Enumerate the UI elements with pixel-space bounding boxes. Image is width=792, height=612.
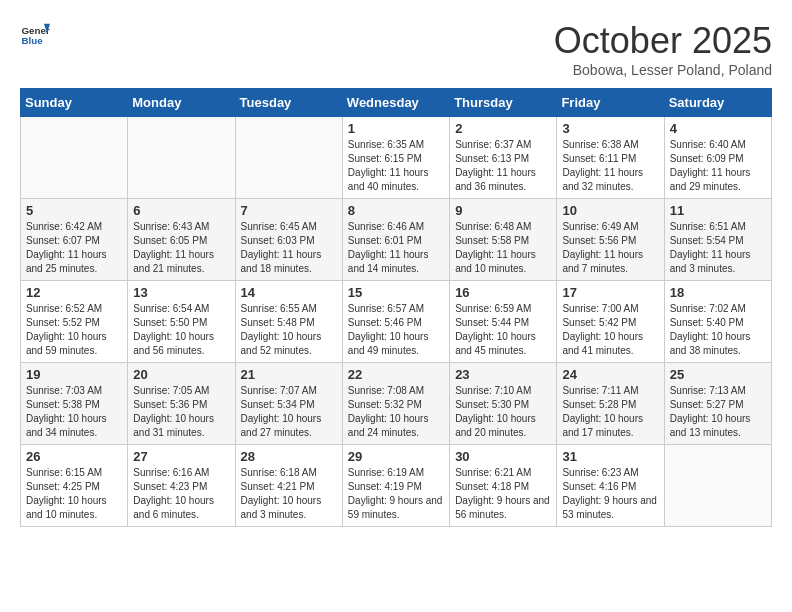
day-info: Sunrise: 6:52 AM Sunset: 5:52 PM Dayligh…	[26, 302, 122, 358]
day-info: Sunrise: 6:51 AM Sunset: 5:54 PM Dayligh…	[670, 220, 766, 276]
day-of-week-header: Friday	[557, 89, 664, 117]
day-number: 26	[26, 449, 122, 464]
calendar-week-row: 26Sunrise: 6:15 AM Sunset: 4:25 PM Dayli…	[21, 445, 772, 527]
day-number: 18	[670, 285, 766, 300]
day-info: Sunrise: 7:13 AM Sunset: 5:27 PM Dayligh…	[670, 384, 766, 440]
day-number: 15	[348, 285, 444, 300]
calendar-day-cell: 26Sunrise: 6:15 AM Sunset: 4:25 PM Dayli…	[21, 445, 128, 527]
calendar-day-cell: 30Sunrise: 6:21 AM Sunset: 4:18 PM Dayli…	[450, 445, 557, 527]
day-number: 16	[455, 285, 551, 300]
day-number: 2	[455, 121, 551, 136]
day-number: 20	[133, 367, 229, 382]
month-title: October 2025	[554, 20, 772, 62]
calendar-day-cell: 4Sunrise: 6:40 AM Sunset: 6:09 PM Daylig…	[664, 117, 771, 199]
day-of-week-header: Sunday	[21, 89, 128, 117]
day-info: Sunrise: 7:11 AM Sunset: 5:28 PM Dayligh…	[562, 384, 658, 440]
calendar-day-cell: 14Sunrise: 6:55 AM Sunset: 5:48 PM Dayli…	[235, 281, 342, 363]
day-info: Sunrise: 6:38 AM Sunset: 6:11 PM Dayligh…	[562, 138, 658, 194]
calendar-day-cell: 29Sunrise: 6:19 AM Sunset: 4:19 PM Dayli…	[342, 445, 449, 527]
calendar-day-cell: 15Sunrise: 6:57 AM Sunset: 5:46 PM Dayli…	[342, 281, 449, 363]
day-of-week-header: Monday	[128, 89, 235, 117]
calendar-day-cell: 16Sunrise: 6:59 AM Sunset: 5:44 PM Dayli…	[450, 281, 557, 363]
calendar-header-row: SundayMondayTuesdayWednesdayThursdayFrid…	[21, 89, 772, 117]
day-number: 31	[562, 449, 658, 464]
day-info: Sunrise: 7:08 AM Sunset: 5:32 PM Dayligh…	[348, 384, 444, 440]
calendar-week-row: 5Sunrise: 6:42 AM Sunset: 6:07 PM Daylig…	[21, 199, 772, 281]
calendar-day-cell: 31Sunrise: 6:23 AM Sunset: 4:16 PM Dayli…	[557, 445, 664, 527]
day-number: 12	[26, 285, 122, 300]
day-number: 13	[133, 285, 229, 300]
day-number: 1	[348, 121, 444, 136]
day-of-week-header: Wednesday	[342, 89, 449, 117]
day-info: Sunrise: 6:59 AM Sunset: 5:44 PM Dayligh…	[455, 302, 551, 358]
day-info: Sunrise: 7:02 AM Sunset: 5:40 PM Dayligh…	[670, 302, 766, 358]
day-number: 29	[348, 449, 444, 464]
day-of-week-header: Saturday	[664, 89, 771, 117]
calendar-day-cell: 11Sunrise: 6:51 AM Sunset: 5:54 PM Dayli…	[664, 199, 771, 281]
calendar-day-cell: 24Sunrise: 7:11 AM Sunset: 5:28 PM Dayli…	[557, 363, 664, 445]
day-info: Sunrise: 6:37 AM Sunset: 6:13 PM Dayligh…	[455, 138, 551, 194]
day-info: Sunrise: 6:21 AM Sunset: 4:18 PM Dayligh…	[455, 466, 551, 522]
calendar-day-cell: 8Sunrise: 6:46 AM Sunset: 6:01 PM Daylig…	[342, 199, 449, 281]
day-info: Sunrise: 6:42 AM Sunset: 6:07 PM Dayligh…	[26, 220, 122, 276]
day-number: 10	[562, 203, 658, 218]
calendar-day-cell: 12Sunrise: 6:52 AM Sunset: 5:52 PM Dayli…	[21, 281, 128, 363]
calendar-day-cell: 1Sunrise: 6:35 AM Sunset: 6:15 PM Daylig…	[342, 117, 449, 199]
day-number: 6	[133, 203, 229, 218]
day-info: Sunrise: 6:19 AM Sunset: 4:19 PM Dayligh…	[348, 466, 444, 522]
calendar-day-cell: 13Sunrise: 6:54 AM Sunset: 5:50 PM Dayli…	[128, 281, 235, 363]
calendar-day-cell: 18Sunrise: 7:02 AM Sunset: 5:40 PM Dayli…	[664, 281, 771, 363]
calendar-day-cell: 22Sunrise: 7:08 AM Sunset: 5:32 PM Dayli…	[342, 363, 449, 445]
title-area: October 2025 Bobowa, Lesser Poland, Pola…	[554, 20, 772, 78]
day-info: Sunrise: 6:49 AM Sunset: 5:56 PM Dayligh…	[562, 220, 658, 276]
day-info: Sunrise: 6:15 AM Sunset: 4:25 PM Dayligh…	[26, 466, 122, 522]
calendar-day-cell: 6Sunrise: 6:43 AM Sunset: 6:05 PM Daylig…	[128, 199, 235, 281]
day-info: Sunrise: 6:55 AM Sunset: 5:48 PM Dayligh…	[241, 302, 337, 358]
calendar-week-row: 12Sunrise: 6:52 AM Sunset: 5:52 PM Dayli…	[21, 281, 772, 363]
day-number: 11	[670, 203, 766, 218]
day-of-week-header: Thursday	[450, 89, 557, 117]
calendar-day-cell: 27Sunrise: 6:16 AM Sunset: 4:23 PM Dayli…	[128, 445, 235, 527]
day-info: Sunrise: 6:48 AM Sunset: 5:58 PM Dayligh…	[455, 220, 551, 276]
day-info: Sunrise: 6:16 AM Sunset: 4:23 PM Dayligh…	[133, 466, 229, 522]
day-number: 17	[562, 285, 658, 300]
day-number: 22	[348, 367, 444, 382]
day-number: 19	[26, 367, 122, 382]
day-number: 25	[670, 367, 766, 382]
calendar-day-cell: 5Sunrise: 6:42 AM Sunset: 6:07 PM Daylig…	[21, 199, 128, 281]
day-info: Sunrise: 6:43 AM Sunset: 6:05 PM Dayligh…	[133, 220, 229, 276]
day-number: 30	[455, 449, 551, 464]
day-of-week-header: Tuesday	[235, 89, 342, 117]
logo-icon: General Blue	[20, 20, 50, 50]
calendar-day-cell: 17Sunrise: 7:00 AM Sunset: 5:42 PM Dayli…	[557, 281, 664, 363]
day-info: Sunrise: 7:05 AM Sunset: 5:36 PM Dayligh…	[133, 384, 229, 440]
calendar-day-cell	[21, 117, 128, 199]
calendar-day-cell: 2Sunrise: 6:37 AM Sunset: 6:13 PM Daylig…	[450, 117, 557, 199]
calendar-day-cell	[664, 445, 771, 527]
day-info: Sunrise: 6:18 AM Sunset: 4:21 PM Dayligh…	[241, 466, 337, 522]
calendar-day-cell: 23Sunrise: 7:10 AM Sunset: 5:30 PM Dayli…	[450, 363, 557, 445]
day-info: Sunrise: 6:45 AM Sunset: 6:03 PM Dayligh…	[241, 220, 337, 276]
day-info: Sunrise: 6:40 AM Sunset: 6:09 PM Dayligh…	[670, 138, 766, 194]
day-number: 3	[562, 121, 658, 136]
calendar-day-cell	[128, 117, 235, 199]
calendar-day-cell: 19Sunrise: 7:03 AM Sunset: 5:38 PM Dayli…	[21, 363, 128, 445]
calendar-week-row: 19Sunrise: 7:03 AM Sunset: 5:38 PM Dayli…	[21, 363, 772, 445]
calendar-day-cell: 3Sunrise: 6:38 AM Sunset: 6:11 PM Daylig…	[557, 117, 664, 199]
day-info: Sunrise: 6:23 AM Sunset: 4:16 PM Dayligh…	[562, 466, 658, 522]
day-number: 5	[26, 203, 122, 218]
page-header: General Blue October 2025 Bobowa, Lesser…	[20, 20, 772, 78]
location-subtitle: Bobowa, Lesser Poland, Poland	[554, 62, 772, 78]
calendar-day-cell: 21Sunrise: 7:07 AM Sunset: 5:34 PM Dayli…	[235, 363, 342, 445]
day-info: Sunrise: 6:35 AM Sunset: 6:15 PM Dayligh…	[348, 138, 444, 194]
day-info: Sunrise: 7:00 AM Sunset: 5:42 PM Dayligh…	[562, 302, 658, 358]
day-info: Sunrise: 7:07 AM Sunset: 5:34 PM Dayligh…	[241, 384, 337, 440]
logo: General Blue	[20, 20, 50, 50]
day-number: 7	[241, 203, 337, 218]
day-info: Sunrise: 6:54 AM Sunset: 5:50 PM Dayligh…	[133, 302, 229, 358]
day-number: 4	[670, 121, 766, 136]
calendar-week-row: 1Sunrise: 6:35 AM Sunset: 6:15 PM Daylig…	[21, 117, 772, 199]
calendar-day-cell: 20Sunrise: 7:05 AM Sunset: 5:36 PM Dayli…	[128, 363, 235, 445]
calendar-day-cell	[235, 117, 342, 199]
day-number: 23	[455, 367, 551, 382]
